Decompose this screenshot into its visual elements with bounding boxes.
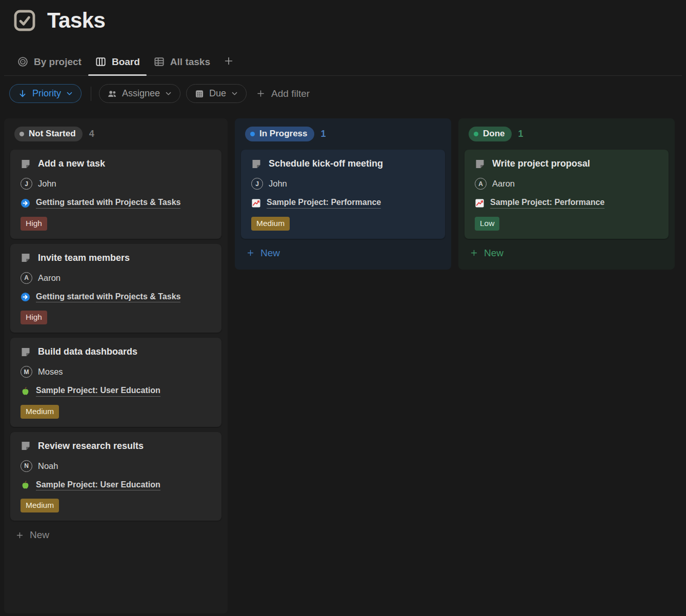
priority-tag: Medium [21,499,59,512]
column-count: 4 [89,129,94,139]
column-count: 1 [321,129,326,139]
plus-icon [15,531,24,540]
table-icon [153,56,165,68]
project-link[interactable]: Sample Project: User Education [36,480,160,491]
status-dot-icon [250,132,255,136]
task-card[interactable]: Build data dashboards M Moses Sample Pro… [10,338,221,427]
page-icon [21,253,31,263]
task-card[interactable]: Review research results N Noah Sample Pr… [10,432,221,521]
new-task-label: New [260,248,280,259]
page-header: Tasks [0,0,686,33]
plus-icon [470,249,478,257]
add-view-button[interactable] [217,50,240,75]
checkbox-icon [12,8,37,33]
page-icon [21,159,31,169]
task-card[interactable]: Invite team members A Aaron Getting star… [10,244,221,333]
kanban-board: Not Started 4 Add a new task J John Gett… [4,118,682,613]
tab-label: By project [34,56,82,68]
task-card[interactable]: Write project proposal A Aaron Sample Pr… [465,150,669,239]
apple-icon [21,480,30,490]
task-card[interactable]: Add a new task J John Getting started wi… [10,150,221,239]
tab-board[interactable]: Board [88,51,147,75]
new-task-button[interactable]: New [10,521,221,551]
filter-due-button[interactable]: Due [186,84,247,103]
assignee-name: John [269,179,287,189]
column-header: In Progress 1 [241,125,445,150]
sort-label: Priority [32,88,61,99]
add-filter-button[interactable]: Add filter [256,88,310,99]
tab-label: Board [112,56,140,68]
task-title: Invite team members [38,253,130,263]
column-header: Not Started 4 [10,125,221,150]
page-icon [475,159,485,169]
sort-priority-button[interactable]: Priority [9,84,82,103]
status-label: Not Started [29,129,76,139]
card-list: Schedule kick-off meeting J John Sample … [241,150,445,239]
page-icon [21,441,31,451]
status-label: Done [483,129,505,139]
task-title: Build data dashboards [38,346,137,357]
priority-tag: Medium [251,217,290,231]
avatar: A [21,272,32,284]
priority-tag: High [21,311,47,324]
filter-divider [91,87,91,101]
tab-all-tasks[interactable]: All tasks [147,51,217,75]
task-title: Write project proposal [492,158,590,169]
task-title: Schedule kick-off meeting [269,158,383,169]
tab-by-project[interactable]: By project [10,51,88,75]
project-link[interactable]: Getting started with Projects & Tasks [36,292,180,303]
column-count: 1 [518,129,523,139]
filter-assignee-button[interactable]: Assignee [99,84,180,103]
add-filter-label: Add filter [271,88,310,99]
people-icon [107,89,117,99]
status-dot-icon [19,132,24,136]
apple-icon [21,386,30,396]
plus-icon [256,89,266,98]
avatar: M [21,366,32,378]
project-link[interactable]: Getting started with Projects & Tasks [36,198,180,209]
assignee-name: John [38,179,56,189]
page-icon [251,159,261,169]
status-badge[interactable]: Not Started [14,127,83,141]
assignee-name: Moses [38,367,63,377]
filter-label: Assignee [122,88,160,99]
project-link[interactable]: Sample Project: Performance [267,198,381,209]
priority-tag: High [21,217,47,231]
task-title: Add a new task [38,158,105,169]
assignee-name: Aaron [38,273,60,283]
filter-label: Due [209,88,226,99]
plus-icon [223,55,234,67]
assignee-name: Noah [38,461,58,471]
project-link[interactable]: Sample Project: User Education [36,386,160,397]
new-task-button[interactable]: New [465,239,669,270]
priority-tag: Medium [21,405,59,419]
project-link[interactable]: Sample Project: Performance [490,198,604,209]
new-task-label: New [484,248,503,259]
column-header: Done 1 [465,125,669,150]
board-columns-icon [95,56,107,68]
new-task-button[interactable]: New [241,239,445,270]
chart-up-icon [251,198,261,208]
arrow-circle-icon [21,198,30,208]
page-icon [21,347,31,357]
chart-up-icon [475,198,485,208]
task-card[interactable]: Schedule kick-off meeting J John Sample … [241,150,445,239]
target-icon [17,56,29,68]
page-title: Tasks [47,8,105,33]
card-list: Add a new task J John Getting started wi… [10,150,221,521]
card-list: Write project proposal A Aaron Sample Pr… [465,150,669,239]
new-task-label: New [30,529,49,541]
status-badge[interactable]: In Progress [245,127,314,141]
priority-tag: Low [475,217,499,231]
view-tabs: By project Board All tasks [4,50,682,76]
calendar-icon [194,89,205,99]
task-title: Review research results [38,441,144,451]
tab-label: All tasks [170,56,210,68]
status-badge[interactable]: Done [469,127,512,141]
chevron-down-icon [66,90,73,97]
status-label: In Progress [259,129,308,139]
chevron-down-icon [165,90,172,97]
filter-bar: Priority Assignee Due [9,84,686,103]
status-dot-icon [474,132,478,136]
column-not-started: Not Started 4 Add a new task J John Gett… [4,118,228,613]
